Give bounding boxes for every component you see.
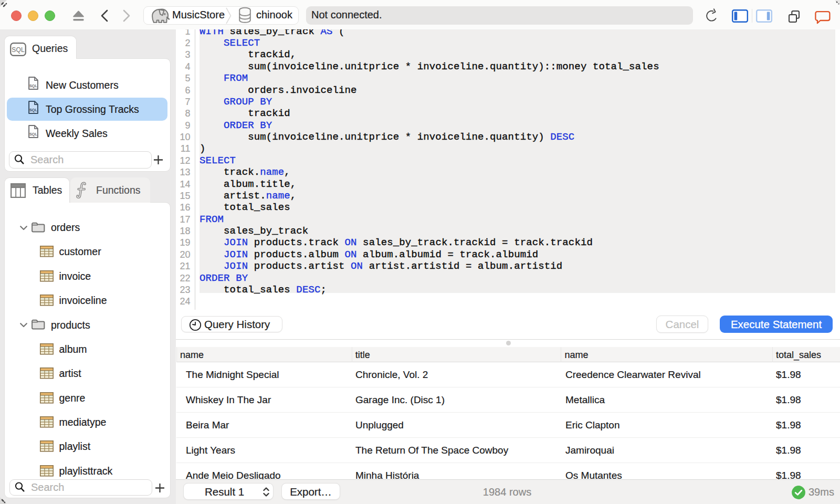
svg-text:SQL: SQL [29,83,37,88]
svg-text:SQL: SQL [29,108,37,112]
svg-text:SQL: SQL [12,46,25,54]
svg-text:SQL: SQL [29,132,37,136]
